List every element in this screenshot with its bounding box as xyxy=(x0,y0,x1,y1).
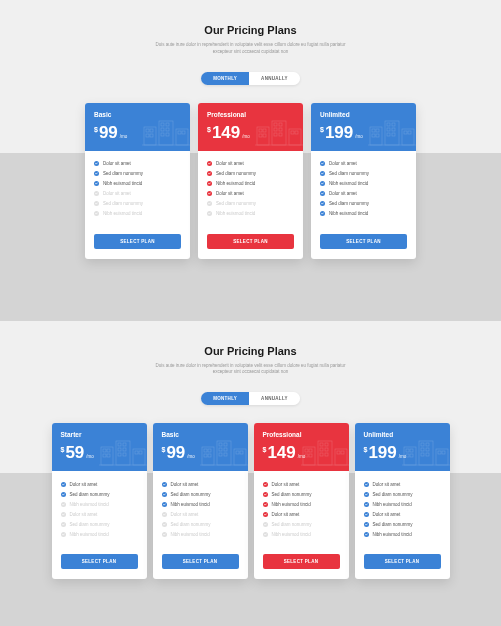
check-icon xyxy=(207,161,212,166)
svg-rect-55 xyxy=(123,443,126,446)
svg-rect-52 xyxy=(107,454,110,457)
svg-rect-74 xyxy=(219,453,222,456)
feature-label: Sed diam nonummy xyxy=(272,492,312,497)
toggle-annually[interactable]: ANNUALLY xyxy=(249,72,300,85)
plan-name: Professional xyxy=(263,431,340,438)
feature-item: Dolor sit amet xyxy=(320,189,407,199)
price-period: /mo xyxy=(187,454,195,459)
check-icon xyxy=(320,171,325,176)
section-title: Our Pricing Plans xyxy=(40,345,461,357)
svg-rect-78 xyxy=(240,451,243,454)
check-icon xyxy=(364,532,369,537)
svg-rect-2 xyxy=(150,129,153,132)
check-icon xyxy=(61,482,66,487)
feature-label: Dolor sit amet xyxy=(103,191,131,196)
svg-rect-70 xyxy=(219,443,222,446)
feature-label: Nibh euismod tincid xyxy=(70,532,109,537)
check-icon xyxy=(61,512,66,517)
feature-item: Sed diam nonummy xyxy=(162,519,239,529)
svg-rect-14 xyxy=(182,131,185,134)
currency: $ xyxy=(162,446,166,453)
select-plan-button[interactable]: SELECT PLAN xyxy=(207,234,294,249)
svg-rect-97 xyxy=(406,449,409,452)
check-icon xyxy=(320,211,325,216)
check-icon xyxy=(207,211,212,216)
check-icon xyxy=(364,492,369,497)
feature-item: Nibh euismod tincid xyxy=(364,499,441,509)
plan-name: Unlimited xyxy=(320,111,407,118)
feature-label: Dolor sit amet xyxy=(216,161,244,166)
feature-label: Sed diam nonummy xyxy=(171,522,211,527)
feature-label: Dolor sit amet xyxy=(70,512,98,517)
price-value: 99 xyxy=(166,444,185,461)
check-icon xyxy=(61,492,66,497)
select-plan-button[interactable]: SELECT PLAN xyxy=(320,234,407,249)
svg-rect-89 xyxy=(325,448,328,451)
feature-item: Sed diam nonummy xyxy=(320,199,407,209)
feature-label: Dolor sit amet xyxy=(272,512,300,517)
svg-rect-43 xyxy=(392,133,395,136)
check-icon xyxy=(162,492,167,497)
feature-label: Nibh euismod tincid xyxy=(171,502,210,507)
svg-rect-75 xyxy=(224,453,227,456)
svg-rect-88 xyxy=(320,448,323,451)
feature-label: Nibh euismod tincid xyxy=(70,502,109,507)
svg-rect-71 xyxy=(224,443,227,446)
svg-rect-77 xyxy=(236,451,239,454)
feature-item: Nibh euismod tincid xyxy=(207,179,294,189)
feature-item: Dolor sit amet xyxy=(94,159,181,169)
select-plan-button[interactable]: SELECT PLAN xyxy=(94,234,181,249)
svg-rect-4 xyxy=(150,134,153,137)
select-plan-button[interactable]: SELECT PLAN xyxy=(162,554,239,569)
check-icon xyxy=(162,502,167,507)
svg-rect-24 xyxy=(274,128,277,131)
toggle-monthly[interactable]: MONTHLY xyxy=(201,392,249,405)
select-plan-button[interactable]: SELECT PLAN xyxy=(364,554,441,569)
feature-label: Dolor sit amet xyxy=(373,482,401,487)
billing-toggle: MONTHLYANNUALLY xyxy=(201,392,300,405)
toggle-annually[interactable]: ANNUALLY xyxy=(249,392,300,405)
feature-item: Dolor sit amet xyxy=(61,479,138,489)
plan-card: Basic$99/moDolor sit ametSed diam nonumm… xyxy=(85,103,190,259)
check-icon xyxy=(94,211,99,216)
feature-item: Sed diam nonummy xyxy=(207,199,294,209)
feature-item: Sed diam nonummy xyxy=(162,489,239,499)
svg-rect-9 xyxy=(166,128,169,131)
feature-item: Nibh euismod tincid xyxy=(263,499,340,509)
plan-header: Professional$149/mo xyxy=(198,103,303,151)
feature-label: Sed diam nonummy xyxy=(272,522,312,527)
svg-rect-50 xyxy=(107,449,110,452)
feature-label: Nibh euismod tincid xyxy=(103,181,142,186)
price-period: /mo xyxy=(298,454,306,459)
currency: $ xyxy=(263,446,267,453)
plan-header: Unlimited$199/mo xyxy=(355,423,450,471)
feature-label: Dolor sit amet xyxy=(373,512,401,517)
feature-item: Sed diam nonummy xyxy=(263,489,340,499)
svg-rect-27 xyxy=(279,133,282,136)
feature-item: Nibh euismod tincid xyxy=(364,529,441,539)
feature-item: Sed diam nonummy xyxy=(207,169,294,179)
price-period: /mo xyxy=(399,454,407,459)
toggle-monthly[interactable]: MONTHLY xyxy=(201,72,249,85)
check-icon xyxy=(94,201,99,206)
feature-item: Dolor sit amet xyxy=(61,509,138,519)
price-value: 59 xyxy=(65,444,84,461)
svg-rect-94 xyxy=(341,451,344,454)
feature-label: Nibh euismod tincid xyxy=(373,502,412,507)
select-plan-button[interactable]: SELECT PLAN xyxy=(61,554,138,569)
svg-rect-7 xyxy=(166,123,169,126)
svg-rect-35 xyxy=(372,134,375,137)
feature-list: Dolor sit ametSed diam nonummyNibh euism… xyxy=(85,151,190,225)
feature-label: Sed diam nonummy xyxy=(329,171,369,176)
feature-item: Sed diam nonummy xyxy=(61,489,138,499)
currency: $ xyxy=(94,126,98,133)
svg-rect-45 xyxy=(404,131,407,134)
select-plan-button[interactable]: SELECT PLAN xyxy=(263,554,340,569)
feature-label: Sed diam nonummy xyxy=(373,522,413,527)
svg-rect-84 xyxy=(309,454,312,457)
feature-item: Nibh euismod tincid xyxy=(94,179,181,189)
plan-name: Unlimited xyxy=(364,431,441,438)
plan-header: Unlimited$199/mo xyxy=(311,103,416,151)
feature-label: Nibh euismod tincid xyxy=(171,532,210,537)
svg-rect-105 xyxy=(426,448,429,451)
